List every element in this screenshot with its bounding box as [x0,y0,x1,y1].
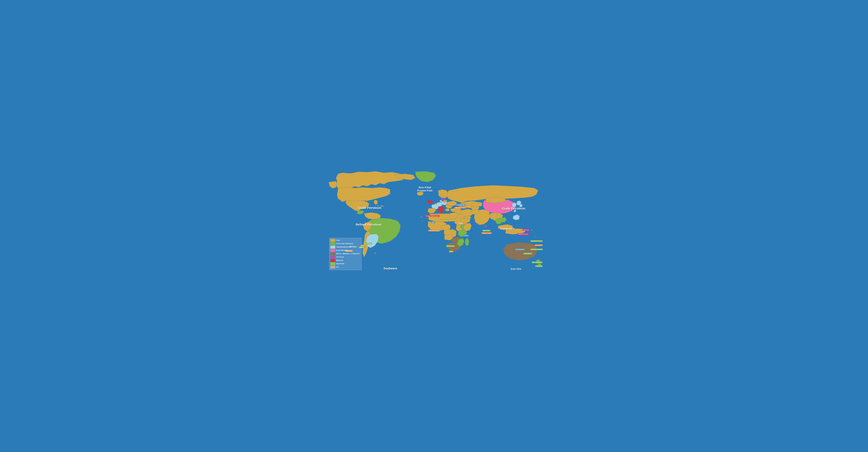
legend: FUEL FOOD AND PRODUCE TRANSPORTATION ELE… [329,238,362,270]
svg-rect-7 [422,221,423,221]
legend-item-medical: MEDICAL [330,259,361,262]
svg-rect-2 [534,236,535,237]
legend-label-medical: MEDICAL [336,260,343,261]
legend-label-transportation: TRANSPORTATION [336,246,351,248]
svg-rect-5 [419,217,420,218]
map-container: Crude Petroleum Refined Petroleum Non-Fi… [326,170,542,283]
legend-label-fuel: FUEL [336,239,340,241]
legend-swatch-na [330,266,335,269]
svg-rect-6 [375,253,376,254]
legend-item-food: FOOD AND PRODUCE [330,242,361,245]
legend-swatch-textiles [330,256,335,259]
legend-label-na: N/A [336,266,339,268]
legend-swatch-weapons [330,262,335,265]
legend-label-food: FOOD AND PRODUCE [336,243,353,244]
legend-swatch-food [330,242,335,245]
svg-rect-1 [531,230,532,231]
legend-swatch-transportation [330,246,335,249]
legend-swatch-metal [330,252,335,255]
legend-item-transportation: TRANSPORTATION [330,246,361,249]
legend-label-textiles: TEXTILES [336,256,344,258]
legend-item-metal: METAL, MINERAL & ORGANIC [330,252,361,255]
svg-rect-3 [527,234,528,234]
legend-label-electronics: ELECTRONICS [336,250,348,251]
svg-rect-4 [421,217,422,217]
legend-swatch-medical [330,259,335,262]
legend-item-fuel: FUEL [330,239,361,242]
legend-swatch-electronics [330,249,335,252]
legend-label-weapons: WEAPONS [336,263,344,264]
legend-label-metal: METAL, MINERAL & ORGANIC [336,253,360,254]
legend-item-electronics: ELECTRONICS [330,249,361,252]
legend-swatch-fuel [330,239,335,242]
legend-item-textiles: TEXTILES [330,256,361,259]
legend-item-na: N/A [330,266,361,269]
legend-item-weapons: WEAPONS [330,262,361,265]
